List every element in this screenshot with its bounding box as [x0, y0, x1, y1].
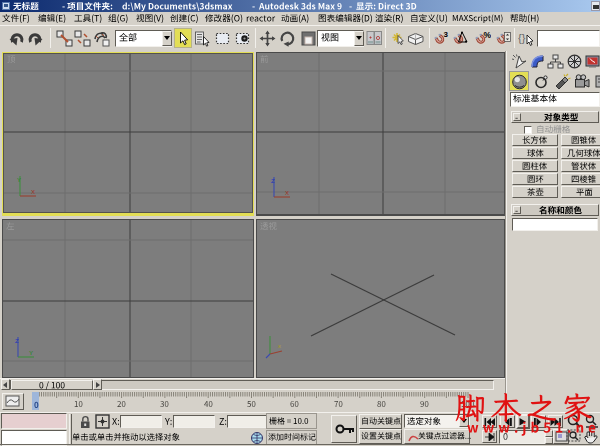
- svg-text:X: X: [285, 190, 289, 196]
- svg-text:Y: Y: [17, 177, 21, 183]
- svg-text:Y: Y: [29, 350, 33, 356]
- svg-text:3: 3: [444, 30, 449, 39]
- svg-text:{}: {}: [518, 32, 526, 44]
- svg-text:x: x: [278, 343, 281, 349]
- svg-text:%: %: [484, 30, 492, 40]
- svg-text:Z: Z: [271, 178, 275, 184]
- svg-text:X: X: [31, 189, 35, 195]
- svg-text:Z: Z: [15, 338, 19, 344]
